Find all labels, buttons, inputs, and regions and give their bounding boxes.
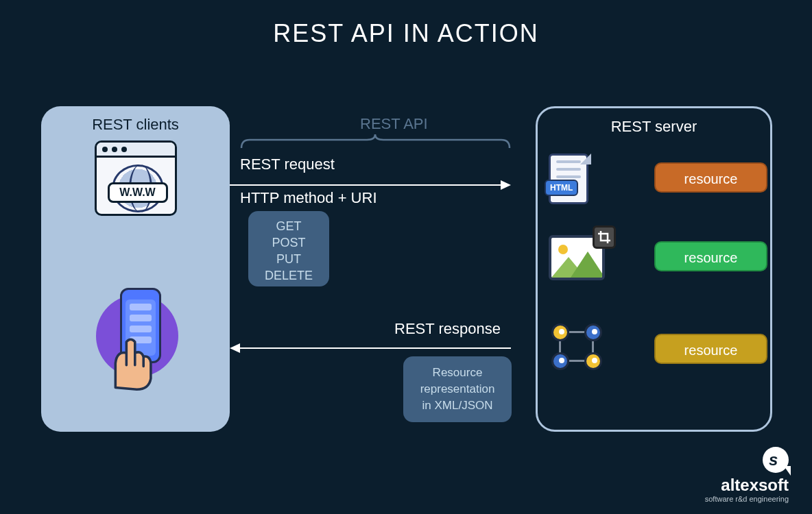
www-label: W.W.W: [108, 182, 168, 203]
mobile-phone-icon: [96, 295, 178, 418]
rep-line1: Resource: [403, 365, 512, 381]
resource-row-users: resource: [549, 322, 767, 376]
svg-marker-1: [501, 180, 511, 190]
resource-row-image: resource: [549, 230, 767, 283]
logo-name: altexsoft: [705, 476, 789, 495]
users-network-icon: [549, 322, 608, 376]
rest-response-label: REST response: [394, 320, 501, 338]
brace-icon: [240, 134, 511, 149]
rest-api-label: REST API: [360, 115, 428, 133]
resource-badge-yellow: resource: [654, 334, 767, 364]
method-delete: DELETE: [248, 267, 329, 284]
method-get: GET: [248, 218, 329, 234]
response-arrow-icon: [230, 341, 511, 355]
rest-server-heading: REST server: [550, 118, 758, 136]
image-file-icon: [549, 230, 612, 283]
svg-marker-3: [230, 343, 240, 353]
rep-line3: in XML/JSON: [403, 397, 512, 414]
rest-request-label: REST request: [240, 156, 335, 173]
resource-row-html: HTML resource: [549, 149, 767, 206]
rep-line2: representation: [403, 381, 512, 397]
crop-icon: [593, 225, 616, 249]
html-document-icon: HTML: [549, 149, 597, 206]
rest-clients-heading: REST clients: [53, 116, 217, 134]
browser-www-icon: W.W.W: [95, 140, 177, 216]
resource-badge-green: resource: [654, 241, 767, 271]
resource-representation-box: Resource representation in XML/JSON: [403, 356, 512, 422]
http-method-uri-label: HTTP method + URI: [240, 189, 377, 207]
method-put: PUT: [248, 251, 329, 267]
html-badge: HTML: [545, 180, 578, 196]
page-title: REST API IN ACTION: [0, 0, 812, 48]
http-methods-box: GET POST PUT DELETE: [248, 211, 329, 286]
altexsoft-logo: s altexsoft software r&d engineering: [705, 447, 789, 503]
logo-bubble-icon: s: [763, 447, 789, 473]
logo-tagline: software r&d engineering: [705, 495, 789, 503]
method-post: POST: [248, 234, 329, 251]
resource-badge-orange: resource: [654, 162, 767, 193]
